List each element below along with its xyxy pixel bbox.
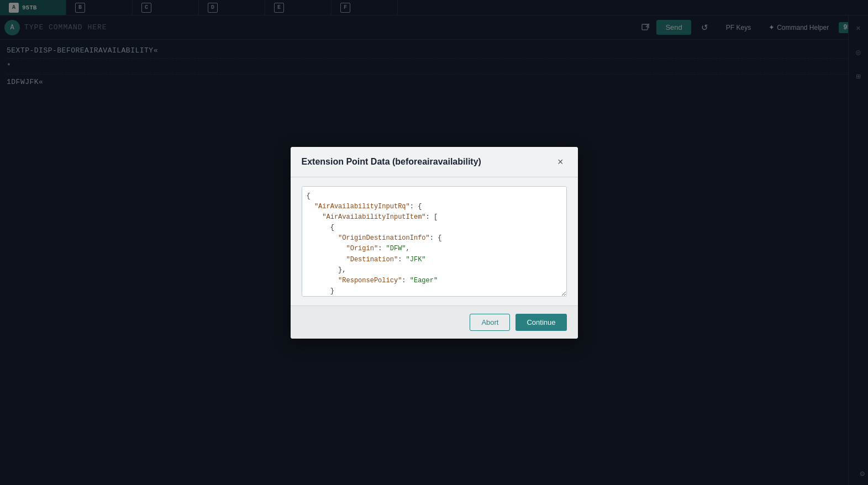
json-editor[interactable]: { "AirAvailabilityInputRq": { "AirAvaila…: [302, 186, 567, 297]
modal-header: Extension Point Data (beforeairavailabil…: [291, 147, 578, 177]
json-content: { "AirAvailabilityInputRq": { "AirAvaila…: [307, 191, 562, 297]
continue-button[interactable]: Continue: [515, 314, 566, 331]
modal-title: Extension Point Data (beforeairavailabil…: [302, 157, 481, 167]
modal-body: { "AirAvailabilityInputRq": { "AirAvaila…: [291, 177, 578, 305]
abort-button[interactable]: Abort: [470, 314, 510, 331]
modal-overlay: Extension Point Data (beforeairavailabil…: [0, 0, 868, 485]
modal-close-button[interactable]: ×: [554, 156, 567, 168]
modal-footer: Abort Continue: [291, 305, 578, 339]
extension-point-modal: Extension Point Data (beforeairavailabil…: [291, 147, 578, 339]
